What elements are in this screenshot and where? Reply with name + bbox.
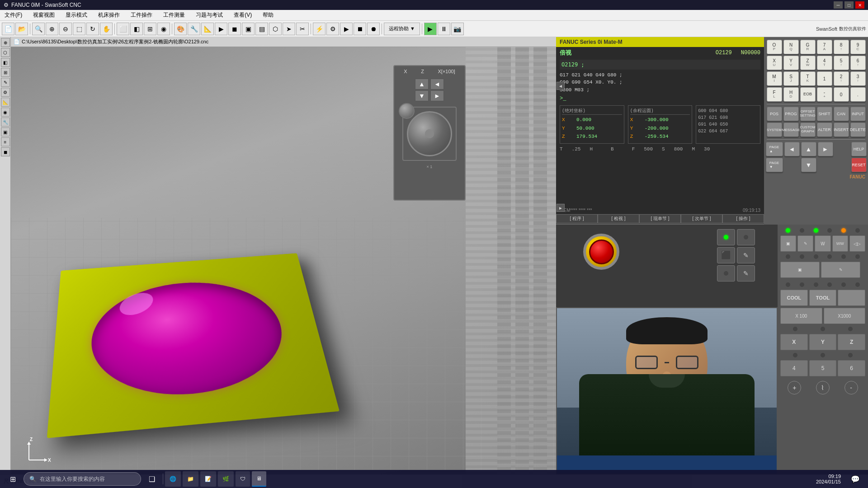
- kb-key-arrow-up[interactable]: ▲: [801, 142, 816, 156]
- kb-key-CUSTOM[interactable]: CUSTOMGRAPH: [800, 122, 816, 137]
- toolbar-zoom-in[interactable]: ⊕: [46, 23, 58, 35]
- kb-key-0[interactable]: 0: [834, 87, 849, 102]
- func-btn-blank[interactable]: [838, 290, 865, 306]
- fanuc-btn-check[interactable]: [ 检视 ]: [598, 214, 639, 223]
- toolbar-tool[interactable]: 🔧: [188, 23, 200, 35]
- kb-key-X[interactable]: XU: [767, 56, 782, 70]
- sidebar-icon-8[interactable]: ◉: [1, 108, 10, 117]
- taskbar-app-wps[interactable]: 📝: [200, 471, 216, 487]
- toolbar-box1[interactable]: ▣: [242, 23, 255, 35]
- menu-view[interactable]: 视窗视图: [30, 10, 57, 20]
- sidebar-icon-6[interactable]: ⚙: [1, 88, 10, 97]
- func-btn-edit2[interactable]: ▣: [780, 262, 820, 278]
- toolbar-path[interactable]: 📐: [201, 23, 214, 35]
- kb-key-INPUT[interactable]: INPUT: [850, 107, 866, 121]
- toolbar-grid[interactable]: ⊞: [144, 23, 156, 35]
- menu-measure[interactable]: 工件测量: [160, 10, 188, 20]
- kb-key-8[interactable]: 8↑: [834, 40, 849, 54]
- taskbar-app-explorer[interactable]: 📁: [183, 471, 198, 487]
- fanuc-btn-operation[interactable]: [ 操作 ]: [722, 214, 764, 223]
- scroll-up-btn[interactable]: ◄: [557, 82, 565, 90]
- toolbar-pause[interactable]: ⏸: [438, 23, 450, 35]
- menu-machine[interactable]: 机床操作: [95, 10, 123, 20]
- fanuc-btn-current-block[interactable]: [ 现单节 ]: [639, 214, 681, 223]
- toolbar-select[interactable]: ⬚: [73, 23, 85, 35]
- menu-check[interactable]: 查看(V): [231, 10, 255, 20]
- sidebar-icon-10[interactable]: ▣: [1, 127, 10, 136]
- kb-key-H[interactable]: HD: [783, 87, 799, 102]
- toolbar-open[interactable]: 📂: [15, 23, 28, 35]
- jog-down[interactable]: ▼: [415, 90, 429, 101]
- kb-key-dot[interactable]: .: [850, 87, 866, 102]
- kb-key-arrow-left[interactable]: ◄: [784, 142, 800, 156]
- kb-key-G[interactable]: GR: [800, 40, 816, 54]
- jog-right[interactable]: ►: [430, 90, 444, 101]
- toolbar-rotate[interactable]: ↻: [86, 23, 99, 35]
- sidebar-icon-2[interactable]: ⬡: [1, 48, 10, 57]
- kb-key-4[interactable]: 4T: [817, 56, 832, 70]
- kb-key-7[interactable]: 7A: [817, 40, 832, 54]
- kb-key-DELETE[interactable]: DELETE: [850, 122, 866, 137]
- toolbar-view1[interactable]: ⬜: [117, 23, 129, 35]
- kb-key-3[interactable]: 3↑: [850, 71, 866, 86]
- minimize-button[interactable]: ─: [834, 1, 843, 9]
- menu-file[interactable]: 文件(F): [2, 10, 25, 20]
- kb-key-6[interactable]: 6↑: [850, 56, 866, 70]
- kb-key-F[interactable]: FL: [767, 87, 782, 102]
- taskbar-app-1[interactable]: 🌿: [218, 471, 234, 487]
- kb-key-N[interactable]: NQ: [783, 40, 799, 54]
- start-button[interactable]: ⊞: [4, 470, 22, 488]
- kb-key-1[interactable]: 1: [817, 71, 832, 86]
- kb-key-HELP[interactable]: HELP: [851, 142, 867, 156]
- kb-key-5[interactable]: 5↑: [834, 56, 849, 70]
- num-4-button[interactable]: 4: [780, 360, 808, 376]
- toolbar-shape[interactable]: ⬡: [269, 23, 282, 35]
- kb-key-T[interactable]: TK: [800, 71, 816, 86]
- toolbar-pan[interactable]: ✋: [100, 23, 113, 35]
- toolbar-zoom-fit[interactable]: 🔍: [32, 23, 45, 35]
- kb-key-ALTER[interactable]: ALTER: [817, 122, 832, 137]
- toolbar-record[interactable]: ⏺: [367, 23, 380, 35]
- kb-key-RESET[interactable]: RESET: [851, 158, 867, 172]
- toolbar-view2[interactable]: ◧: [130, 23, 143, 35]
- func-btn-mem-edit[interactable]: ▣: [780, 235, 796, 252]
- toolbar-box2[interactable]: ▤: [255, 23, 268, 35]
- kb-key-OFFSET[interactable]: OFFSETSETTING: [800, 107, 816, 121]
- kb-key-PAGE-DOWN[interactable]: PAGE▼: [766, 158, 783, 172]
- num-6-button[interactable]: 6: [838, 360, 865, 376]
- toolbar-cam[interactable]: 📷: [451, 23, 464, 35]
- sidebar-icon-12[interactable]: ◼: [1, 147, 10, 156]
- kb-key-9[interactable]: 9C: [850, 40, 866, 54]
- toolbar-shade[interactable]: ◉: [157, 23, 170, 35]
- mode-sw-2[interactable]: [737, 229, 755, 245]
- kb-key-MESSAGE[interactable]: MESSAGE: [783, 122, 799, 137]
- toolbar-speed[interactable]: ⚡: [313, 23, 326, 35]
- menu-display[interactable]: 显示模式: [63, 10, 90, 20]
- op-plus-btn[interactable]: +: [788, 381, 801, 394]
- toolbar-run[interactable]: ▶: [424, 23, 437, 35]
- kb-key-CAN[interactable]: CAN: [834, 107, 849, 121]
- kb-key-2[interactable]: 2↑: [834, 71, 849, 86]
- op-minus-btn[interactable]: -: [844, 381, 858, 394]
- mode-sw-3[interactable]: ⬛: [717, 247, 735, 263]
- kb-key-EOB[interactable]: EOB: [800, 87, 816, 102]
- fanuc-btn-next-block[interactable]: [ 次单节 ]: [681, 214, 722, 223]
- close-button[interactable]: ✕: [855, 1, 864, 9]
- kb-key-SHIFT[interactable]: SHIFT: [817, 107, 832, 121]
- kb-key-POS[interactable]: POS: [767, 107, 782, 121]
- small-knob-left[interactable]: [399, 103, 415, 119]
- toolbar-settings[interactable]: ⚙: [326, 23, 339, 35]
- notification-button[interactable]: 💬: [846, 470, 864, 488]
- axis-y-button[interactable]: Y: [809, 334, 837, 350]
- search-bar[interactable]: 🔍 在这里输入你要搜索的内容: [24, 472, 141, 486]
- kb-key-arrow-down[interactable]: ▼: [801, 158, 816, 172]
- sidebar-icon-4[interactable]: ⊞: [1, 68, 10, 77]
- x1000-button[interactable]: X1000: [824, 308, 866, 324]
- estop-button[interactable]: [583, 234, 619, 270]
- toolbar-stop[interactable]: ⏹: [354, 23, 366, 35]
- mode-sw-6[interactable]: ✎: [737, 265, 755, 282]
- kb-key-O[interactable]: OP: [767, 40, 782, 54]
- menu-help[interactable]: 帮助: [260, 10, 276, 20]
- kb-key-PROG[interactable]: PROG: [783, 107, 799, 121]
- func-btn-w[interactable]: W: [815, 235, 830, 252]
